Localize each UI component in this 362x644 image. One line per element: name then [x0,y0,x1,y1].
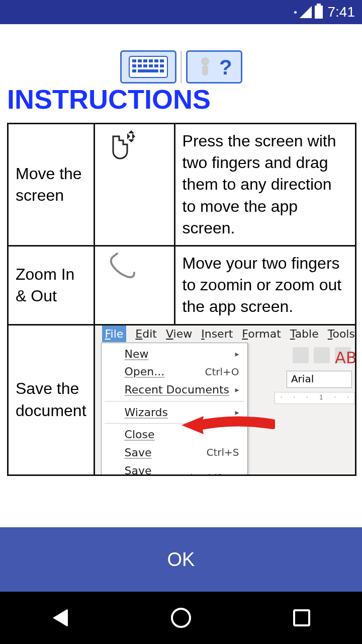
svg-rect-2 [138,59,142,62]
ok-label: OK [167,549,195,571]
svg-rect-13 [132,69,136,72]
row-icon-cell [94,246,174,325]
svg-rect-8 [138,64,142,67]
menu-item-recent: Recent Documents▸ [102,381,247,399]
svg-rect-17 [202,65,208,75]
back-icon [53,609,68,627]
svg-marker-19 [127,133,130,139]
row-desc: Move your two fingers to zoomin or zoom … [174,246,355,325]
table-row: Zoom In & Out Move your two fingers to z… [8,246,356,325]
recents-icon [293,609,310,626]
row-title: Zoom In & Out [8,246,95,325]
keyboard-icon[interactable] [120,50,176,84]
help-icon[interactable]: ? [186,50,242,84]
toolbar-icon [314,347,330,363]
svg-rect-14 [138,69,158,72]
status-bar: 7:41 [0,0,362,24]
svg-rect-3 [143,59,147,62]
menubar-item: Table [290,327,319,342]
svg-rect-12 [160,64,164,67]
divider [180,51,182,83]
svg-rect-1 [132,59,136,62]
row-title: Move the screen [8,124,95,246]
toolbar-icon [293,347,309,363]
file-dropdown: New▸ Open...Ctrl+O Recent Documents▸ Wiz… [101,343,248,474]
menu-item-new: New▸ [102,345,247,363]
font-selector: Arial [287,371,352,388]
menu-item-saveas: Save As...Ctrl+Shift+S [102,462,247,474]
recents-button[interactable] [291,607,313,629]
save-menu-illustration: File Edit View Insert Format Table Tools… [94,325,355,475]
svg-marker-21 [128,130,134,133]
status-icons [294,6,323,19]
instructions-table: Move the screen Press the screen with tw… [7,123,356,476]
menubar-item: View [166,327,192,342]
menubar-item: Tools [328,327,355,342]
ok-button[interactable]: OK [0,527,362,592]
android-nav-bar [0,592,362,644]
svg-text:?: ? [219,55,232,79]
menubar-item-file: File [102,326,127,343]
svg-rect-6 [160,59,164,62]
pinch-gesture-icon [102,252,140,290]
back-button[interactable] [49,607,71,629]
svg-point-16 [201,57,209,65]
svg-rect-5 [154,59,158,62]
toolbar-icon: ABC [335,347,351,363]
menubar-item: Insert [201,327,233,342]
svg-marker-22 [128,139,134,142]
svg-rect-11 [154,64,158,67]
red-arrow-annotation [179,413,275,437]
instructions-panel: ? INSTRUCTIONS Move the screen [0,24,362,527]
svg-rect-7 [132,64,136,67]
row-desc: Press the screen with two fingers and dr… [174,124,355,246]
network-dot-icon [294,11,297,14]
svg-marker-23 [182,416,204,434]
battery-icon [315,6,323,19]
menu-item-open: Open...Ctrl+O [102,363,247,381]
header-icons: ? [7,24,355,84]
table-row: Save the document File Edit View Insert … [8,325,356,475]
clock: 7:41 [328,4,355,20]
svg-marker-20 [132,133,135,139]
menu-item-save: SaveCtrl+S [102,444,247,462]
svg-rect-10 [149,64,153,67]
row-icon-cell [94,124,174,246]
toolbar-icons: ABC [289,343,355,368]
ruler: ···1·· [275,392,355,404]
home-icon [171,608,191,628]
menubar-item: Format [242,327,281,342]
row-title: Save the document [8,325,95,475]
move-gesture-icon [102,129,140,168]
menubar-item: Edit [135,327,157,342]
home-button[interactable] [170,607,192,629]
menubar: File Edit View Insert Format Table Tools [95,326,355,343]
signal-icon [300,6,312,18]
svg-rect-4 [149,59,153,62]
page-title: INSTRUCTIONS [7,84,355,123]
svg-rect-15 [160,69,164,72]
table-row: Move the screen Press the screen with tw… [8,124,356,246]
svg-rect-9 [143,64,147,67]
